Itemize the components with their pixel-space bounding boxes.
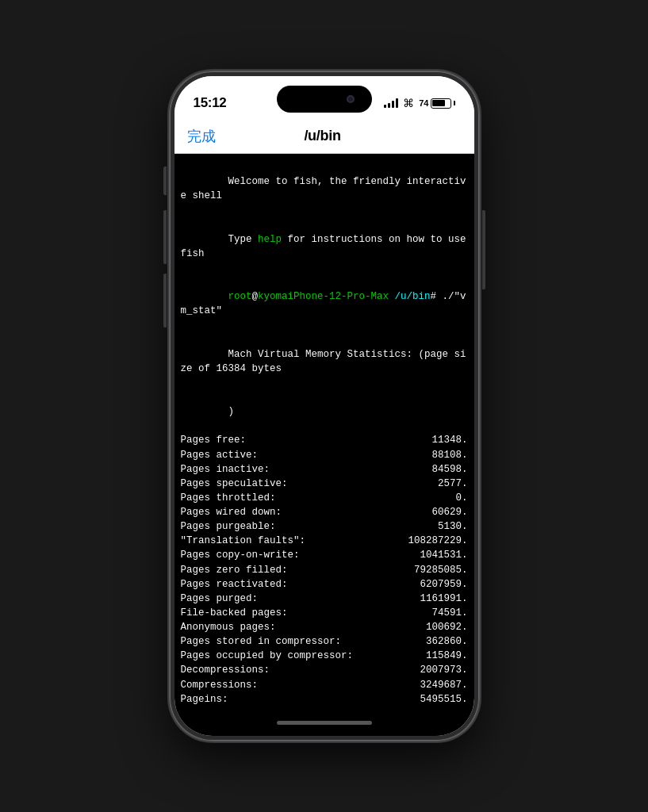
stat-row: Pages stored in compressor:362860.: [181, 634, 468, 649]
volume-down-button: [163, 274, 167, 327]
stat-row: Pages occupied by compressor:115849.: [181, 649, 468, 663]
stat-row: Pages zero filled:79285085.: [181, 563, 468, 577]
battery-fill: [432, 100, 445, 106]
wifi-icon: ⌘: [403, 97, 414, 109]
nav-title: /u/bin: [304, 128, 340, 144]
help-line: Type help for instructions on how to use…: [181, 218, 468, 276]
stat-row: Pages speculative:2577.: [181, 477, 468, 491]
stat-row: Pageins:5495515.: [181, 692, 468, 707]
power-button: [482, 210, 485, 289]
mach-line-2: ): [181, 390, 468, 433]
prompt-1: root@kyomaiPhone-12-Pro-Max /u/bin# ./"v…: [181, 275, 468, 333]
stat-row: Pages wired down:60629.: [181, 505, 468, 519]
battery-tip: [454, 101, 455, 105]
phone-frame: 15:12 ⌘ 74: [170, 71, 479, 741]
mute-button: [163, 167, 167, 195]
stat-row: File-backed pages:74591.: [181, 606, 468, 620]
stat-row: Pages inactive:84598.: [181, 462, 468, 477]
phone-screen: 15:12 ⌘ 74: [174, 76, 474, 736]
status-bar: 15:12 ⌘ 74: [174, 76, 474, 119]
home-indicator: [277, 721, 372, 725]
welcome-line: Welcome to fish, the friendly interactiv…: [181, 160, 468, 218]
stat-row: Pages free:11348.: [181, 433, 468, 447]
terminal-content[interactable]: Welcome to fish, the friendly interactiv…: [174, 154, 474, 709]
stat-row: Pages active:88108.: [181, 448, 468, 462]
status-time: 15:12: [194, 95, 227, 111]
stat-row: Pages reactivated:6207959.: [181, 577, 468, 592]
home-indicator-area: [174, 709, 474, 736]
camera-dot: [347, 95, 355, 103]
stat-row: Pages copy-on-write:1041531.: [181, 548, 468, 562]
stat-row: Compressions:3249687.: [181, 678, 468, 692]
done-button[interactable]: 完成: [187, 127, 216, 146]
stat-row: Decompressions:2007973.: [181, 663, 468, 677]
nav-bar: 完成 /u/bin: [174, 119, 474, 154]
stat-row: Anonymous pages:100692.: [181, 620, 468, 634]
battery-icon: 74: [419, 98, 454, 109]
status-icons: ⌘ 74: [384, 97, 454, 109]
stat-row: "Translation faults":108287229.: [181, 534, 468, 548]
dynamic-island: [277, 86, 372, 113]
battery-body: [431, 98, 451, 109]
battery-level: 74: [419, 98, 428, 108]
mach-line-1: Mach Virtual Memory Statistics: (page si…: [181, 333, 468, 391]
stat-row: Pages purgeable:5130.: [181, 519, 468, 534]
stats-table: Pages free:11348.Pages active:88108.Page…: [181, 433, 468, 709]
stat-row: Pages purged:1161991.: [181, 592, 468, 606]
stat-row: Pages throttled:0.: [181, 491, 468, 505]
signal-icon: [384, 98, 398, 108]
volume-up-button: [163, 210, 167, 264]
